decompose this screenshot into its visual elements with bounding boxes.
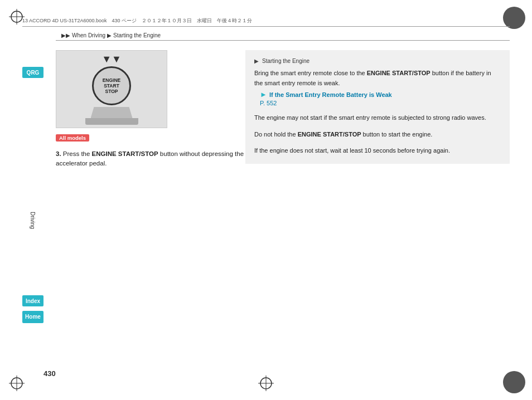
left-column: ▼▼ ENGINE START STOP All models 3. xyxy=(56,50,245,169)
button-base-1 xyxy=(91,107,133,118)
breadcrumb: ▶▶ When Driving ▶ Starting the Engine xyxy=(61,32,161,38)
indicator-arrows: ▼▼ xyxy=(101,53,122,65)
step-3-text: 3. Press the ENGINE START/STOP button wi… xyxy=(56,149,245,169)
link-arrow-icon: ► xyxy=(260,90,267,99)
button-base-2 xyxy=(85,118,138,125)
note-para-2: The engine may not start if the smart en… xyxy=(254,113,501,123)
right-column: ▶ Starting the Engine Bring the smart en… xyxy=(245,50,510,164)
link-page-number[interactable]: P. 552 xyxy=(260,100,501,106)
reg-mark-bl xyxy=(9,375,25,391)
top-bar: 13 ACCORD 4D US-31T2A6000.book 430 ページ ２… xyxy=(22,17,510,27)
breadcrumb-item1: When Driving xyxy=(72,32,105,38)
note-para-4: If the engine does not start, wait at le… xyxy=(254,146,501,156)
sidebar-tab-qrg[interactable]: QRG xyxy=(22,67,43,78)
sidebar-tab-home[interactable]: Home xyxy=(22,311,43,322)
engine-start-stop-button: ENGINE START STOP xyxy=(92,66,131,105)
file-info: 13 ACCORD 4D US-31T2A6000.book 430 ページ ２… xyxy=(22,17,252,25)
engine-button-graphic: ▼▼ ENGINE START STOP xyxy=(85,53,138,125)
sidebar-bottom: Index Home xyxy=(22,295,43,322)
breadcrumb-item2: Starting the Engine xyxy=(113,32,161,38)
all-models-container: All models xyxy=(56,134,245,145)
breadcrumb-sep1: ▶▶ xyxy=(61,32,70,38)
note-title: Starting the Engine xyxy=(262,58,309,64)
page-number: 430 xyxy=(43,369,56,378)
smart-entry-link[interactable]: ► If the Smart Entry Remote Battery is W… xyxy=(260,90,501,99)
breadcrumb-sep2: ▶ xyxy=(107,32,112,38)
sidebar-tab-index[interactable]: Index xyxy=(22,295,43,306)
reg-mark-bottom-center xyxy=(258,375,274,391)
note-icon: ▶ xyxy=(254,58,259,64)
all-models-badge: All models xyxy=(56,134,89,142)
driving-label: Driving xyxy=(30,212,36,229)
note-para-3: Do not hold the ENGINE START/STOP button… xyxy=(254,130,501,140)
main-content: ▼▼ ENGINE START STOP All models 3. xyxy=(56,40,510,378)
note-para-1: Bring the smart entry remote close to th… xyxy=(254,69,501,88)
engine-button-image: ▼▼ ENGINE START STOP xyxy=(56,50,167,128)
sidebar: QRG xyxy=(22,67,43,78)
note-header: ▶ Starting the Engine xyxy=(254,58,501,64)
